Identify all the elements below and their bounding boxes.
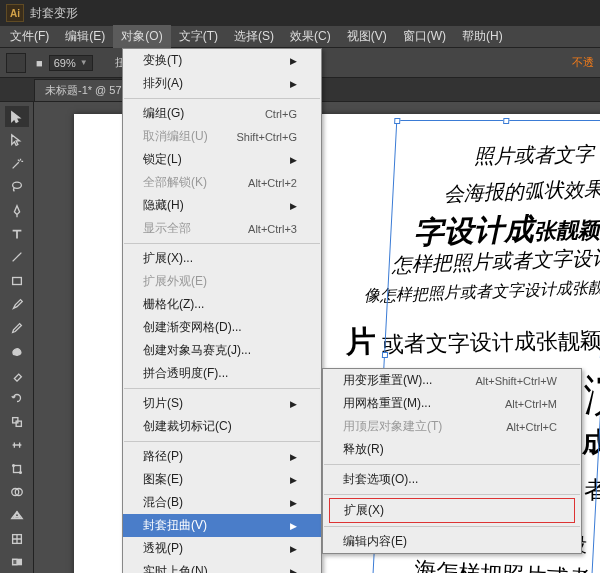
object-menu-item: 扩展外观(E)	[123, 270, 321, 293]
menu-view[interactable]: 视图(V)	[339, 25, 395, 48]
submenu-arrow-icon: ▶	[290, 521, 297, 531]
menu-item-label: 封套扭曲(V)	[143, 517, 207, 534]
object-menu: 变换(T)▶排列(A)▶编组(G)Ctrl+G取消编组(U)Shift+Ctrl…	[122, 48, 322, 573]
selection-tool[interactable]	[5, 106, 29, 127]
object-menu-item[interactable]: 排列(A)▶	[123, 72, 321, 95]
envelope-menu-item[interactable]: 用变形重置(W)...Alt+Shift+Ctrl+W	[323, 369, 581, 392]
menu-item-label: 栅格化(Z)...	[143, 296, 204, 313]
object-menu-item[interactable]: 透视(P)▶	[123, 537, 321, 560]
submenu-arrow-icon: ▶	[290, 544, 297, 554]
menu-object[interactable]: 对象(O)	[113, 25, 170, 48]
menu-item-label: 变换(T)	[143, 52, 182, 69]
menu-shortcut: Alt+Ctrl+2	[248, 177, 297, 189]
menu-shortcut: Alt+Ctrl+3	[248, 223, 297, 235]
menu-item-label: 路径(P)	[143, 448, 183, 465]
gradient-tool[interactable]	[5, 552, 29, 573]
svg-point-5	[12, 464, 14, 466]
object-menu-item[interactable]: 变换(T)▶	[123, 49, 321, 72]
menu-shortcut: Alt+Ctrl+C	[506, 421, 557, 433]
app-icon: Ai	[6, 4, 24, 22]
menu-item-label: 混合(B)	[143, 494, 183, 511]
envelope-menu-item[interactable]: 扩展(X)	[330, 499, 574, 522]
svg-point-6	[19, 471, 21, 473]
magic-wand-tool[interactable]	[5, 153, 29, 174]
envelope-menu-item[interactable]: 释放(R)	[323, 438, 581, 461]
envelope-distort-submenu: 用变形重置(W)...Alt+Shift+Ctrl+W用网格重置(M)...Al…	[322, 368, 582, 554]
menu-item-label: 隐藏(H)	[143, 197, 184, 214]
menu-type[interactable]: 文字(T)	[171, 25, 226, 48]
object-menu-item[interactable]: 扩展(X)...	[123, 247, 321, 270]
object-menu-item[interactable]: 栅格化(Z)...	[123, 293, 321, 316]
object-menu-item[interactable]: 创建对象马赛克(J)...	[123, 339, 321, 362]
blob-brush-tool[interactable]	[5, 341, 29, 362]
direct-selection-tool[interactable]	[5, 129, 29, 150]
pen-tool[interactable]	[5, 200, 29, 221]
grid-icon[interactable]	[6, 53, 26, 73]
object-menu-item[interactable]: 路径(P)▶	[123, 445, 321, 468]
submenu-arrow-icon: ▶	[290, 567, 297, 574]
menu-file[interactable]: 文件(F)	[2, 25, 57, 48]
envelope-menu-item[interactable]: 用网格重置(M)...Alt+Ctrl+M	[323, 392, 581, 415]
opacity-label: 不透	[572, 55, 594, 70]
submenu-arrow-icon: ▶	[290, 475, 297, 485]
lasso-tool[interactable]	[5, 176, 29, 197]
title-bar: Ai 封套变形	[0, 0, 600, 26]
submenu-arrow-icon: ▶	[290, 498, 297, 508]
menu-item-label: 封套选项(O)...	[343, 471, 418, 488]
paintbrush-tool[interactable]	[5, 294, 29, 315]
svg-point-0	[12, 182, 21, 188]
type-tool[interactable]	[5, 223, 29, 244]
object-menu-item[interactable]: 封套扭曲(V)▶	[123, 514, 321, 537]
eraser-tool[interactable]	[5, 364, 29, 385]
zoom-dropdown[interactable]: 69% ▼	[49, 55, 93, 71]
tools-panel	[0, 102, 34, 573]
window-title: 封套变形	[30, 5, 78, 22]
free-transform-tool[interactable]	[5, 458, 29, 479]
menu-bar: 文件(F) 编辑(E) 对象(O) 文字(T) 选择(S) 效果(C) 视图(V…	[0, 26, 600, 48]
shape-builder-tool[interactable]	[5, 481, 29, 502]
menu-item-label: 用网格重置(M)...	[343, 395, 431, 412]
menu-item-label: 用顶层对象建立(T)	[343, 418, 442, 435]
menu-select[interactable]: 选择(S)	[226, 25, 282, 48]
rotate-tool[interactable]	[5, 387, 29, 408]
submenu-arrow-icon: ▶	[290, 452, 297, 462]
object-menu-item[interactable]: 创建裁切标记(C)	[123, 415, 321, 438]
menu-item-label: 编辑内容(E)	[343, 533, 407, 550]
object-menu-item[interactable]: 锁定(L)▶	[123, 148, 321, 171]
rectangle-tool[interactable]	[5, 270, 29, 291]
menu-item-label: 扩展(X)...	[143, 250, 193, 267]
svg-rect-2	[12, 417, 17, 422]
line-tool[interactable]	[5, 247, 29, 268]
scale-tool[interactable]	[5, 411, 29, 432]
menu-item-label: 拼合透明度(F)...	[143, 365, 228, 382]
object-menu-item[interactable]: 混合(B)▶	[123, 491, 321, 514]
width-tool[interactable]	[5, 434, 29, 455]
menu-edit[interactable]: 编辑(E)	[57, 25, 113, 48]
object-menu-item[interactable]: 隐藏(H)▶	[123, 194, 321, 217]
object-menu-item[interactable]: 创建渐变网格(D)...	[123, 316, 321, 339]
submenu-arrow-icon: ▶	[290, 399, 297, 409]
menu-item-label: 实时上色(N)	[143, 563, 208, 573]
submenu-arrow-icon: ▶	[290, 79, 297, 89]
menu-shortcut: Alt+Ctrl+M	[505, 398, 557, 410]
object-menu-item[interactable]: 拼合透明度(F)...	[123, 362, 321, 385]
menu-window[interactable]: 窗口(W)	[395, 25, 454, 48]
submenu-arrow-icon: ▶	[290, 201, 297, 211]
object-menu-item[interactable]: 图案(E)▶	[123, 468, 321, 491]
envelope-menu-item[interactable]: 编辑内容(E)	[323, 530, 581, 553]
object-menu-item[interactable]: 编组(G)Ctrl+G	[123, 102, 321, 125]
object-menu-item[interactable]: 切片(S)▶	[123, 392, 321, 415]
mesh-tool[interactable]	[5, 528, 29, 549]
envelope-menu-item[interactable]: 封套选项(O)...	[323, 468, 581, 491]
chevron-down-icon: ▼	[80, 58, 88, 67]
pencil-tool[interactable]	[5, 317, 29, 338]
menu-item-label: 编组(G)	[143, 105, 184, 122]
menu-item-label: 创建渐变网格(D)...	[143, 319, 242, 336]
menu-shortcut: Ctrl+G	[265, 108, 297, 120]
object-menu-item: 显示全部Alt+Ctrl+3	[123, 217, 321, 240]
menu-help[interactable]: 帮助(H)	[454, 25, 511, 48]
object-menu-item: 全部解锁(K)Alt+Ctrl+2	[123, 171, 321, 194]
perspective-grid-tool[interactable]	[5, 505, 29, 526]
object-menu-item[interactable]: 实时上色(N)▶	[123, 560, 321, 573]
menu-effect[interactable]: 效果(C)	[282, 25, 339, 48]
